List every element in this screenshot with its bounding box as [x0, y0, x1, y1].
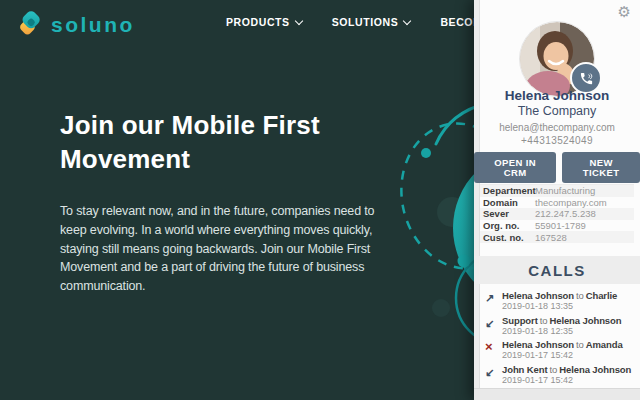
soluno-logo-icon: [14, 9, 44, 39]
call-log-entry[interactable]: × Helena JohnsontoAmanda 2019-01-17 15:4…: [474, 339, 640, 364]
call-incoming-icon: ↙: [485, 366, 494, 379]
nav-item-solutions[interactable]: SOLUTIONS: [332, 16, 411, 28]
call-incoming-icon: ↙: [485, 317, 494, 330]
nav-label: PRODUCTS: [226, 16, 290, 28]
contact-name: Helena Johnson: [474, 88, 640, 103]
phone-icon: [579, 71, 594, 86]
detail-label: Domain: [480, 197, 535, 208]
settings-gear-icon[interactable]: ⚙: [618, 4, 631, 19]
detail-row-server: Sever 212.247.5.238: [480, 208, 634, 220]
contact-phone: +44313524049: [474, 135, 640, 146]
call-datetime: 2019-01-17 15:42: [502, 375, 640, 385]
open-in-crm-button[interactable]: OPEN IN CRM: [474, 152, 556, 183]
call-datetime: 2019-01-17 15:42: [502, 350, 640, 360]
chevron-down-icon: [294, 16, 302, 24]
nav-item-products[interactable]: PRODUCTS: [226, 16, 302, 28]
detail-row-org-no: Org. no. 55901-1789: [480, 220, 634, 232]
call-missed-icon: ×: [485, 339, 493, 354]
crm-extension-popup: ⚙ Helena Johnson Th: [474, 0, 640, 400]
new-ticket-button[interactable]: NEW TICKET: [562, 152, 640, 183]
detail-value: 167528: [535, 232, 567, 243]
call-datetime: 2019-01-18 12:35: [502, 326, 640, 336]
call-log-entry[interactable]: ↗ Helena JohnsontoCharlie 2019-01-18 13:…: [474, 290, 640, 315]
avatar-container: [474, 22, 640, 96]
contact-email: helena@thecompany.com: [474, 122, 640, 133]
call-datetime: 2019-01-18 13:35: [502, 301, 640, 311]
soluno-logo[interactable]: soluno: [14, 9, 135, 39]
brand-name: soluno: [51, 14, 135, 35]
nav-label: SOLUTIONS: [332, 16, 399, 28]
call-parties: Helena JohnsontoAmanda: [502, 339, 640, 350]
detail-value: 55901-1789: [535, 220, 586, 231]
call-parties: John KenttoHelena Johnson: [502, 364, 640, 375]
detail-label: Org. no.: [480, 220, 535, 231]
hero-title: Join our Mobile First Movement: [60, 108, 390, 177]
call-outgoing-icon: ↗: [485, 292, 494, 305]
detail-row-domain: Domain thecompany.com: [480, 197, 634, 209]
contact-details-table: Department Manufacturing Domain thecompa…: [480, 184, 634, 243]
call-parties: Helena JohnsontoCharlie: [502, 290, 640, 301]
detail-row-cust-no: Cust. no. 167528: [480, 231, 634, 243]
action-buttons: OPEN IN CRM NEW TICKET: [474, 152, 640, 183]
detail-value: thecompany.com: [535, 197, 607, 208]
panel-footer-bar: [474, 388, 640, 400]
call-log-entry[interactable]: ↙ John KenttoHelena Johnson 2019-01-17 1…: [474, 364, 640, 389]
call-log-entry[interactable]: ↙ SupporttoHelena Johnson 2019-01-18 12:…: [474, 315, 640, 340]
detail-label: Sever: [480, 208, 535, 219]
detail-label: Department: [480, 185, 535, 196]
detail-value: 212.247.5.238: [535, 208, 596, 219]
calls-list: ↗ Helena JohnsontoCharlie 2019-01-18 13:…: [474, 290, 640, 388]
contact-company: The Company: [474, 104, 640, 118]
detail-row-department: Department Manufacturing: [480, 185, 634, 197]
chevron-down-icon: [403, 16, 411, 24]
detail-value: Manufacturing: [535, 185, 595, 196]
hero-paragraph: To stay relevant now, and in the future,…: [60, 202, 390, 296]
calls-section-heading: CALLS: [474, 256, 640, 284]
detail-label: Cust. no.: [480, 232, 535, 243]
call-parties: SupporttoHelena Johnson: [502, 315, 640, 326]
